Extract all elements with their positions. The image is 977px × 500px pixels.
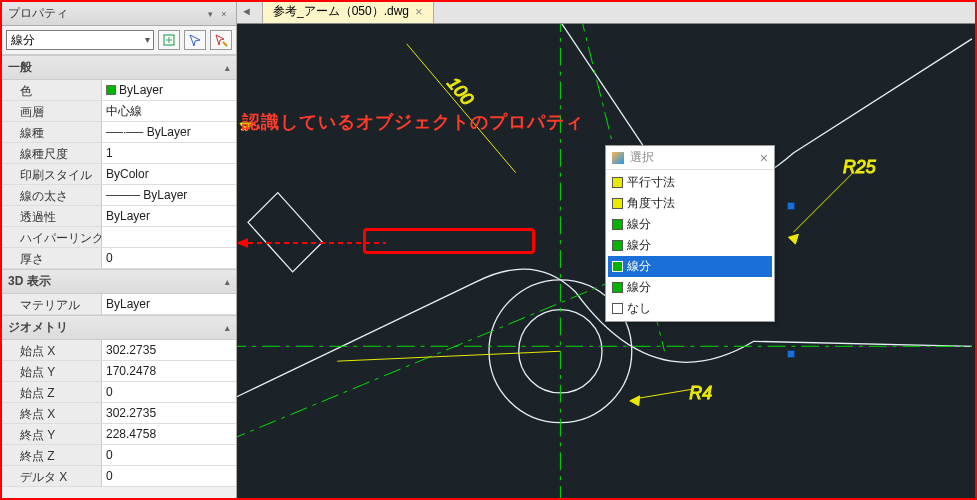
svg-marker-13	[236, 238, 248, 248]
property-value[interactable]: 中心線	[102, 101, 236, 122]
property-value[interactable]: 0	[102, 382, 236, 403]
property-value-text: 1	[106, 146, 113, 160]
property-row[interactable]: 線種尺度1	[2, 143, 236, 164]
property-value[interactable]: ByLayer	[102, 294, 236, 315]
document-tab[interactable]: 参考_アーム（050）.dwg ×	[262, 2, 434, 23]
select-objects-button[interactable]	[184, 30, 206, 50]
property-row[interactable]: 透過性ByLayer	[2, 206, 236, 227]
selection-item-label: 平行寸法	[627, 174, 675, 191]
property-value[interactable]	[102, 227, 236, 248]
collapse-icon: ▴	[225, 277, 230, 287]
property-value[interactable]: 302.2735	[102, 340, 236, 361]
pin-icon[interactable]: ▾	[204, 8, 216, 20]
property-value-text: ──·── ByLayer	[106, 125, 191, 139]
property-value[interactable]: ──── ByLayer	[102, 185, 236, 206]
selection-popup-titlebar[interactable]: 選択 ×	[606, 146, 774, 170]
color-swatch-icon	[612, 261, 623, 272]
property-value-text: 302.2735	[106, 343, 156, 357]
property-row[interactable]: 終点 X302.2735	[2, 403, 236, 424]
property-value-text: 302.2735	[106, 406, 156, 420]
property-value[interactable]: 170.2478	[102, 361, 236, 382]
grip-handle[interactable]	[787, 350, 795, 358]
selection-list-item[interactable]: 線分	[608, 256, 772, 277]
svg-line-10	[337, 351, 560, 361]
property-value-text: 中心線	[106, 103, 142, 120]
dim-100-text: 100	[443, 73, 477, 109]
property-row[interactable]: 始点 Z0	[2, 382, 236, 403]
dim-r25-text: R25	[843, 157, 876, 177]
property-row[interactable]: 厚さ0	[2, 248, 236, 269]
property-value[interactable]: ByLayer	[102, 80, 236, 101]
property-value-text: 0	[106, 251, 113, 265]
grip-handle[interactable]	[787, 202, 795, 210]
property-value-text: ByLayer	[119, 83, 163, 97]
group-label: 3D 表示	[8, 273, 51, 290]
property-row[interactable]: デルタ X0	[2, 466, 236, 487]
property-row[interactable]: 線の太さ──── ByLayer	[2, 185, 236, 206]
collapse-icon: ▴	[225, 63, 230, 73]
group-label: 一般	[8, 59, 32, 76]
color-swatch-icon	[612, 282, 623, 293]
property-row[interactable]: 色ByLayer	[2, 80, 236, 101]
toggle-pickadd-button[interactable]	[158, 30, 180, 50]
dim-r4-text: R4	[689, 383, 712, 403]
property-value[interactable]: 0	[102, 445, 236, 466]
selection-list-item[interactable]: 線分	[608, 235, 772, 256]
panel-titlebar[interactable]: プロパティ ▾ ×	[2, 2, 236, 26]
property-row[interactable]: 始点 Y170.2478	[2, 361, 236, 382]
property-label: 始点 X	[2, 340, 102, 361]
svg-line-9	[407, 44, 516, 173]
property-value[interactable]: 0	[102, 248, 236, 269]
tab-nav-left-icon[interactable]: ◄	[241, 5, 252, 17]
group-header-3d[interactable]: 3D 表示 ▴	[2, 269, 236, 294]
collapse-icon: ▴	[225, 323, 230, 333]
property-row[interactable]: 線種──·── ByLayer	[2, 122, 236, 143]
property-value[interactable]: 0	[102, 466, 236, 487]
color-swatch-icon	[612, 219, 623, 230]
property-value-text: 0	[106, 385, 113, 399]
group-header-general[interactable]: 一般 ▴	[2, 55, 236, 80]
property-value-text: 0	[106, 448, 113, 462]
close-tab-icon[interactable]: ×	[415, 4, 423, 19]
document-tab-bar: ◄ 参考_アーム（050）.dwg ×	[237, 2, 975, 24]
property-value[interactable]: 228.4758	[102, 424, 236, 445]
color-swatch-icon	[106, 85, 116, 95]
properties-panel: プロパティ ▾ × 線分 一般 ▴ 色ByLayer画層中心線	[2, 2, 237, 498]
close-icon[interactable]: ×	[760, 150, 768, 166]
object-type-dropdown[interactable]: 線分	[6, 30, 154, 50]
property-value[interactable]: ByLayer	[102, 206, 236, 227]
property-label: マテリアル	[2, 294, 102, 315]
property-row[interactable]: 印刷スタイルByColor	[2, 164, 236, 185]
selection-list-item[interactable]: 平行寸法	[608, 172, 772, 193]
property-row[interactable]: 終点 Y228.4758	[2, 424, 236, 445]
selection-list-item[interactable]: なし	[608, 298, 772, 319]
property-value-text: ByLayer	[106, 297, 150, 311]
close-panel-icon[interactable]: ×	[218, 8, 230, 20]
selection-list-item[interactable]: 角度寸法	[608, 193, 772, 214]
selection-item-label: 線分	[627, 279, 651, 296]
property-value-text: 170.2478	[106, 364, 156, 378]
property-value[interactable]: 1	[102, 143, 236, 164]
selection-list-item[interactable]: 線分	[608, 277, 772, 298]
property-value-text: 0	[106, 469, 113, 483]
property-label: ハイパーリンク	[2, 227, 102, 248]
selection-item-label: なし	[627, 300, 651, 317]
property-value[interactable]: ByColor	[102, 164, 236, 185]
property-label: 画層	[2, 101, 102, 122]
property-value-text: 228.4758	[106, 427, 156, 441]
group-header-geometry[interactable]: ジオメトリ ▴	[2, 315, 236, 340]
annotation-text: 認識しているオブジェクトのプロパティ	[242, 110, 584, 134]
property-row[interactable]: 始点 X302.2735	[2, 340, 236, 361]
property-row[interactable]: 終点 Z0	[2, 445, 236, 466]
property-value[interactable]: ──·── ByLayer	[102, 122, 236, 143]
property-row[interactable]: ハイパーリンク	[2, 227, 236, 248]
property-label: 線種尺度	[2, 143, 102, 164]
property-label: 印刷スタイル	[2, 164, 102, 185]
property-row[interactable]: 画層中心線	[2, 101, 236, 122]
selection-list-item[interactable]: 線分	[608, 214, 772, 235]
quick-select-button[interactable]	[210, 30, 232, 50]
property-value[interactable]: 302.2735	[102, 403, 236, 424]
property-label: 厚さ	[2, 248, 102, 269]
color-swatch-icon	[612, 240, 623, 251]
property-row[interactable]: マテリアルByLayer	[2, 294, 236, 315]
